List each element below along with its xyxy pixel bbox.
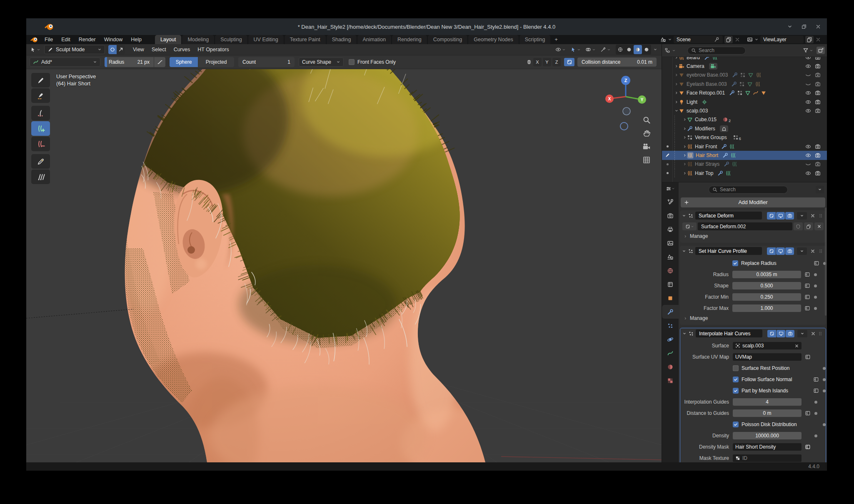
expand-icon[interactable] — [674, 57, 679, 60]
object-visibility-button[interactable] — [554, 45, 567, 54]
menu-window[interactable]: Window — [100, 35, 127, 44]
scene-browse-chevron-icon[interactable] — [668, 37, 672, 42]
scene-name-field[interactable]: Scene — [674, 36, 723, 43]
tab-scene[interactable] — [662, 250, 679, 264]
properties-scrollbar[interactable] — [825, 207, 827, 316]
pin-icon[interactable] — [714, 37, 720, 42]
animate-decorator[interactable] — [814, 412, 817, 415]
delete-modifier-icon[interactable] — [810, 249, 815, 254]
outliner-editor-icon[interactable] — [664, 47, 670, 53]
pan-hand-icon[interactable] — [642, 129, 651, 137]
expand-icon[interactable] — [674, 64, 679, 68]
tab-object-data[interactable] — [662, 346, 679, 360]
uv-map-field[interactable]: UVMap — [733, 353, 802, 361]
sphere-toggle[interactable]: Sphere — [170, 57, 198, 67]
expand-icon[interactable] — [674, 73, 679, 77]
delete-modifier-icon[interactable] — [810, 213, 815, 218]
properties-search-input[interactable]: Search — [709, 186, 788, 194]
outliner-row-vertex-groups[interactable]: Vertex Groups 6 — [662, 133, 827, 142]
mirror-icon[interactable] — [526, 59, 532, 65]
outliner-row-cube-data[interactable]: Cube.015 2 — [662, 115, 827, 124]
mesh-islands-checkbox[interactable] — [733, 388, 739, 394]
shading-options-chevron-icon[interactable] — [653, 47, 657, 52]
animate-decorator[interactable] — [814, 284, 817, 287]
outliner-row-face-retopo[interactable]: Face Retopo.001 — [662, 89, 827, 97]
tool-add-button[interactable] — [31, 121, 50, 136]
filter-icon[interactable] — [803, 47, 809, 53]
render-toggle[interactable] — [815, 170, 821, 176]
realtime-toggle[interactable] — [776, 212, 785, 220]
expand-icon[interactable] — [674, 91, 679, 95]
animate-decorator[interactable] — [814, 273, 817, 276]
modifier-extras-button[interactable] — [797, 212, 807, 220]
tab-uv-editing[interactable]: UV Editing — [248, 35, 284, 44]
render-toggle[interactable] — [815, 152, 821, 158]
attribute-toggle[interactable] — [804, 354, 812, 360]
tab-sculpting[interactable]: Sculpting — [215, 35, 247, 44]
fake-user-button[interactable] — [794, 222, 803, 230]
shape-field[interactable]: 0.500 — [732, 282, 801, 289]
outliner-search-input[interactable]: Search — [687, 47, 746, 55]
hide-toggle[interactable] — [805, 108, 811, 114]
outliner-row-beard[interactable]: Beard — [662, 57, 827, 62]
overlays-button[interactable] — [584, 45, 597, 54]
tab-particles[interactable] — [662, 319, 679, 332]
outliner-row-hair-strays[interactable]: Hair Strays — [662, 160, 827, 169]
hide-toggle[interactable] — [805, 161, 811, 167]
render-toggle[interactable] — [785, 247, 794, 255]
viewport-3d[interactable]: User Perspective (64) Hair Short Z X Y — [26, 69, 662, 462]
shading-rendered-button[interactable] — [642, 45, 651, 54]
render-toggle[interactable] — [815, 99, 821, 105]
menu-curves[interactable]: Curves — [170, 47, 194, 52]
render-toggle[interactable] — [815, 90, 821, 96]
menu-edit[interactable]: Edit — [57, 35, 75, 44]
attribute-toggle[interactable] — [812, 388, 820, 394]
hide-toggle[interactable] — [805, 57, 811, 60]
replace-radius-checkbox[interactable] — [732, 260, 738, 266]
shading-material-button[interactable] — [634, 45, 642, 54]
tab-geometry-nodes[interactable]: Geometry Nodes — [468, 35, 518, 44]
tool-delete-button[interactable] — [31, 137, 50, 151]
tweak-tool-toggle[interactable] — [117, 45, 125, 54]
outliner-row-hair-front[interactable]: Hair Front — [662, 142, 827, 151]
animate-decorator[interactable] — [814, 307, 817, 310]
scene-copy-button[interactable] — [724, 36, 733, 43]
attribute-toggle[interactable] — [804, 444, 812, 450]
view-layer-field[interactable]: ViewLayer — [760, 36, 804, 43]
outliner-editor-chevron-icon[interactable] — [672, 49, 676, 52]
hide-toggle[interactable] — [805, 99, 811, 105]
manage-subpanel[interactable]: Manage — [680, 314, 826, 323]
density-mask-field[interactable]: Hair Short Density — [733, 443, 802, 451]
tab-collection[interactable] — [662, 277, 679, 291]
new-collection-button[interactable] — [817, 47, 825, 54]
view-layer-icon[interactable] — [747, 37, 753, 42]
animate-decorator[interactable] — [823, 423, 826, 426]
add-modifier-button[interactable]: Add Modifier — [681, 197, 825, 207]
shading-wireframe-button[interactable] — [616, 45, 624, 54]
node-group-browse-button[interactable] — [682, 222, 697, 230]
radius-slider[interactable]: Radius 21 px — [105, 57, 154, 67]
properties-editor-type-button[interactable] — [662, 182, 679, 195]
manage-subpanel[interactable]: Manage — [680, 232, 826, 241]
expand-icon[interactable] — [683, 171, 687, 175]
menu-select[interactable]: Select — [148, 47, 170, 52]
outliner-row-modifiers[interactable]: Modifiers — [662, 124, 827, 133]
app-menu-icon[interactable] — [30, 36, 38, 43]
render-toggle[interactable] — [815, 81, 821, 87]
modifier-extras-button[interactable] — [797, 247, 807, 255]
poisson-checkbox[interactable] — [733, 422, 739, 427]
material-icon[interactable] — [722, 117, 728, 122]
shading-solid-button[interactable] — [625, 45, 633, 54]
tool-slide-button[interactable] — [31, 154, 50, 169]
mirror-y-button[interactable]: Y — [543, 58, 551, 66]
maximize-icon[interactable] — [801, 24, 807, 30]
outliner-row-light[interactable]: Light — [662, 97, 827, 106]
hide-toggle[interactable] — [805, 81, 811, 87]
realtime-toggle[interactable] — [777, 330, 785, 337]
density-field[interactable]: 10000.000 — [733, 432, 802, 439]
expand-icon[interactable] — [683, 145, 687, 149]
menu-file[interactable]: File — [40, 35, 57, 44]
collapse-icon[interactable] — [682, 214, 686, 218]
attribute-toggle[interactable] — [803, 272, 811, 277]
tab-animation[interactable]: Animation — [357, 35, 392, 44]
